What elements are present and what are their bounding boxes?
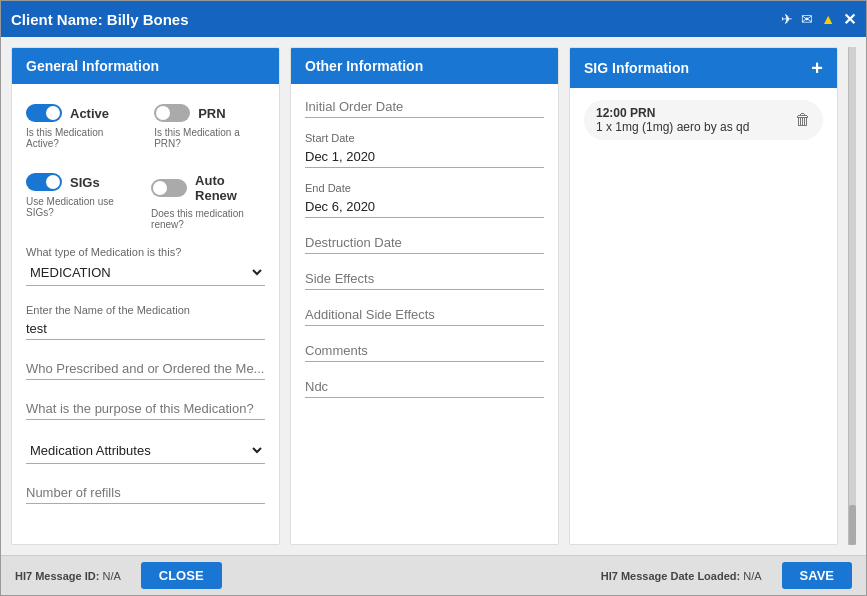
general-info-header: General Information [12, 48, 279, 84]
end-date-group: End Date [305, 182, 544, 218]
modal-window: Client Name: Billy Bones ✈ ✉ ▲ ✕ General… [0, 0, 867, 596]
additional-side-effects-input[interactable] [305, 304, 544, 326]
general-info-column: General Information Active Is this Medic [11, 47, 280, 545]
footer: HI7 Message ID: N/A CLOSE HI7 Message Da… [1, 555, 866, 595]
side-effects-input[interactable] [305, 268, 544, 290]
ndc-group [305, 376, 544, 398]
prescribed-group [26, 358, 265, 380]
initial-order-date-input[interactable] [305, 96, 544, 118]
end-date-input[interactable] [305, 196, 544, 218]
med-type-dropdown-row: MEDICATION [26, 260, 265, 286]
prn-label: PRN [198, 106, 225, 121]
sig-info-column: SIG Information + 12:00 PRN 1 x 1mg (1mg… [569, 47, 838, 545]
other-info-column: Other Information Start Date End Date [290, 47, 559, 545]
plane-icon[interactable]: ✈ [781, 11, 793, 27]
active-sublabel: Is this Medication Active? [26, 127, 134, 149]
prn-toggle-row: PRN [154, 104, 265, 122]
hl7-date-group: HI7 Message Date Loaded: N/A [601, 570, 762, 582]
med-name-input[interactable] [26, 318, 265, 340]
sig-item-detail: 1 x 1mg (1mg) aero by as qd [596, 120, 749, 134]
sig-info-title: SIG Information [584, 60, 689, 76]
general-info-body: Active Is this Medication Active? PRN [12, 84, 279, 544]
alert-icon[interactable]: ▲ [821, 11, 835, 27]
modal-title: Client Name: Billy Bones [11, 11, 189, 28]
sig-delete-button[interactable]: 🗑 [795, 111, 811, 129]
comments-group [305, 340, 544, 362]
sig-info-body: 12:00 PRN 1 x 1mg (1mg) aero by as qd 🗑 [570, 88, 837, 544]
sigs-sublabel: Use Medication use SIGs? [26, 196, 131, 218]
comments-input[interactable] [305, 340, 544, 362]
purpose-group [26, 398, 265, 420]
active-toggle-item: Active Is this Medication Active? [26, 104, 134, 149]
sigs-toggle-row: SIGs [26, 173, 131, 191]
active-toggle-row: Active [26, 104, 134, 122]
destruction-date-input[interactable] [305, 232, 544, 254]
add-sig-button[interactable]: + [811, 58, 823, 78]
ndc-input[interactable] [305, 376, 544, 398]
autorenew-label: Auto Renew [195, 173, 265, 203]
refills-group [26, 482, 265, 504]
active-toggle[interactable] [26, 104, 62, 122]
active-label: Active [70, 106, 109, 121]
prn-toggle-item: PRN Is this Medication a PRN? [154, 104, 265, 149]
side-effects-group [305, 268, 544, 290]
refills-input[interactable] [26, 482, 265, 504]
hl7-id-label: HI7 Message ID: [15, 570, 99, 582]
sig-item-text: 12:00 PRN 1 x 1mg (1mg) aero by as qd [596, 106, 749, 134]
title-bar: Client Name: Billy Bones ✈ ✉ ▲ ✕ [1, 1, 866, 37]
title-bar-icons: ✈ ✉ ▲ ✕ [781, 10, 856, 29]
med-type-label: What type of Medication is this? [26, 246, 265, 258]
additional-side-effects-group [305, 304, 544, 326]
toggle-row-2: SIGs Use Medication use SIGs? Auto Renew [26, 173, 265, 230]
med-name-group: Enter the Name of the Medication [26, 304, 265, 340]
med-name-label: Enter the Name of the Medication [26, 304, 265, 316]
initial-order-date-group [305, 96, 544, 118]
close-icon[interactable]: ✕ [843, 10, 856, 29]
sig-item-title: 12:00 PRN [596, 106, 749, 120]
destruction-date-group [305, 232, 544, 254]
attributes-select[interactable]: Medication Attributes [26, 442, 265, 459]
hl7-date-value: N/A [743, 570, 761, 582]
mail-icon[interactable]: ✉ [801, 11, 813, 27]
scrollbar[interactable] [848, 47, 856, 545]
other-info-body: Start Date End Date [291, 84, 558, 544]
attributes-group: Medication Attributes [26, 438, 265, 464]
autorenew-toggle-item: Auto Renew Does this medication renew? [151, 173, 265, 230]
prescribed-input[interactable] [26, 358, 265, 380]
start-date-group: Start Date [305, 132, 544, 168]
attributes-dropdown-row: Medication Attributes [26, 438, 265, 464]
hl7-date-label: HI7 Message Date Loaded: [601, 570, 740, 582]
med-type-select[interactable]: MEDICATION [26, 264, 265, 281]
hl7-message-id-group: HI7 Message ID: N/A [15, 570, 121, 582]
start-date-input[interactable] [305, 146, 544, 168]
hl7-id-value: N/A [102, 570, 120, 582]
autorenew-toggle[interactable] [151, 179, 187, 197]
other-info-title: Other Information [305, 58, 423, 74]
general-info-title: General Information [26, 58, 159, 74]
save-button[interactable]: SAVE [782, 562, 852, 589]
toggle-row-1: Active Is this Medication Active? PRN [26, 104, 265, 149]
content-area: General Information Active Is this Medic [1, 37, 866, 555]
footer-info-area: HI7 Message ID: N/A CLOSE [15, 562, 222, 589]
sigs-toggle[interactable] [26, 173, 62, 191]
sig-item: 12:00 PRN 1 x 1mg (1mg) aero by as qd 🗑 [584, 100, 823, 140]
purpose-input[interactable] [26, 398, 265, 420]
sig-info-header: SIG Information + [570, 48, 837, 88]
start-date-label: Start Date [305, 132, 544, 144]
autorenew-toggle-row: Auto Renew [151, 173, 265, 203]
prn-sublabel: Is this Medication a PRN? [154, 127, 265, 149]
autorenew-sublabel: Does this medication renew? [151, 208, 265, 230]
scrollbar-thumb [849, 505, 856, 545]
sigs-label: SIGs [70, 175, 100, 190]
med-type-group: What type of Medication is this? MEDICAT… [26, 246, 265, 286]
close-button[interactable]: CLOSE [141, 562, 222, 589]
footer-right-area: HI7 Message Date Loaded: N/A SAVE [601, 562, 852, 589]
prn-toggle[interactable] [154, 104, 190, 122]
end-date-label: End Date [305, 182, 544, 194]
other-info-header: Other Information [291, 48, 558, 84]
sigs-toggle-item: SIGs Use Medication use SIGs? [26, 173, 131, 230]
